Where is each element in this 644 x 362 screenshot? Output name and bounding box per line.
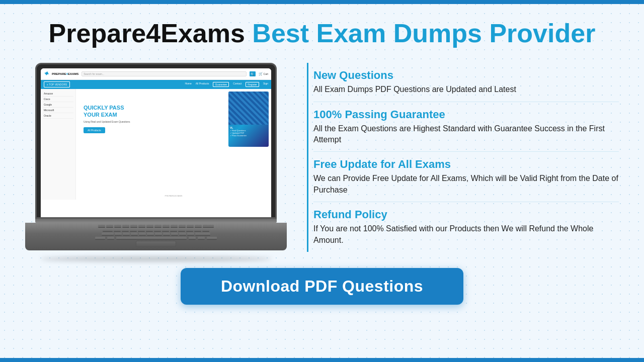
key bbox=[114, 225, 121, 228]
site-nav: ≡ TOP VENDORS Home All Products Guarante… bbox=[41, 80, 271, 89]
feature-title-new-questions: New Questions bbox=[313, 69, 619, 82]
key bbox=[187, 225, 194, 228]
key bbox=[179, 233, 186, 236]
key bbox=[138, 225, 145, 228]
key bbox=[162, 229, 169, 232]
keyboard-row-3 bbox=[35, 233, 277, 236]
laptop-base bbox=[25, 219, 287, 254]
nav-links: Home All Products Guarantee Contact Regi… bbox=[185, 82, 268, 87]
feature-title-free-update: Free Update for All Exams bbox=[313, 158, 619, 171]
key bbox=[139, 233, 146, 236]
key bbox=[195, 233, 210, 236]
feature-title-passing-guarantee: 100% Passing Guarantee bbox=[313, 108, 619, 121]
product-box-image: VL ✓ Real Questions ✓ Updated PDF ✓ Pass… bbox=[228, 92, 269, 147]
key bbox=[123, 233, 130, 236]
key bbox=[122, 225, 129, 228]
key bbox=[178, 229, 185, 232]
download-section: Download PDF Questions bbox=[25, 268, 619, 305]
key bbox=[154, 229, 161, 232]
key bbox=[130, 229, 137, 232]
sidebar-microsoft[interactable]: Microsoft bbox=[43, 108, 73, 113]
keyboard-rows bbox=[25, 223, 287, 236]
site-logo-text: PREPARE4EXAMS bbox=[52, 72, 78, 75]
spacebar-row bbox=[25, 237, 287, 240]
key-alt bbox=[107, 237, 114, 240]
keyboard-row-1 bbox=[35, 225, 277, 228]
laptop-hinge bbox=[35, 219, 277, 223]
key bbox=[187, 233, 194, 236]
sidebar-oracle[interactable]: Oracle bbox=[43, 113, 73, 119]
key bbox=[131, 233, 138, 236]
main-container: Prepare4Exams Best Exam Dumps Provider bbox=[10, 0, 634, 315]
key bbox=[163, 233, 170, 236]
hero-subtitle: Using Real and Updated Exam Questions bbox=[84, 120, 130, 123]
nav-contact[interactable]: Contact bbox=[233, 82, 242, 87]
nav-home[interactable]: Home bbox=[185, 82, 191, 87]
key bbox=[170, 229, 177, 232]
download-pdf-button[interactable]: Download PDF Questions bbox=[181, 268, 463, 305]
features-section: New Questions All Exam Dumps PDF Questio… bbox=[307, 63, 619, 252]
key bbox=[98, 225, 105, 228]
key bbox=[114, 229, 121, 232]
key bbox=[203, 225, 214, 228]
key bbox=[154, 225, 162, 228]
key bbox=[195, 225, 202, 228]
product-box-pattern bbox=[228, 92, 269, 125]
site-search-button[interactable]: 🔍 bbox=[250, 71, 256, 76]
key bbox=[194, 229, 201, 232]
tagline: Best Exam Dumps Provider bbox=[252, 19, 595, 48]
site-logo: PREPARE4EXAMS bbox=[44, 70, 78, 77]
page-title: Prepare4Exams Best Exam Dumps Provider bbox=[25, 19, 619, 48]
touchpad[interactable] bbox=[136, 241, 176, 247]
laptop-shadow bbox=[40, 256, 272, 261]
site-search-bar[interactable]: Search for exam... bbox=[82, 71, 246, 76]
feature-desc-refund: If You are not 100% Satisfied with our P… bbox=[313, 223, 619, 246]
key-alt-r bbox=[189, 237, 196, 240]
logo-bird-icon bbox=[44, 70, 51, 77]
site-body: Amazon Cisco Google Microsoft Oracle QUI… bbox=[41, 89, 271, 200]
laptop-screen-outer: PREPARE4EXAMS Search for exam... 🔍 🛒 bbox=[35, 63, 277, 219]
top-bar bbox=[0, 0, 644, 4]
sidebar-amazon[interactable]: Amazon bbox=[43, 91, 73, 97]
feature-desc-free-update: We can Provide Free Update for All Exams… bbox=[313, 173, 619, 196]
key-fn bbox=[198, 237, 205, 240]
feature-title-refund: Refund Policy bbox=[313, 208, 619, 221]
main-content: PREPARE4EXAMS Search for exam... 🔍 🛒 bbox=[25, 63, 619, 259]
feature-free-update: Free Update for All Exams We can Provide… bbox=[313, 152, 619, 202]
key bbox=[138, 229, 145, 232]
key-ctrl bbox=[95, 237, 105, 240]
key bbox=[163, 225, 170, 228]
feature-new-questions: New Questions All Exam Dumps PDF Questio… bbox=[313, 63, 619, 102]
nav-vendors-btn[interactable]: ≡ TOP VENDORS bbox=[44, 81, 70, 87]
sidebar-google[interactable]: Google bbox=[43, 102, 73, 108]
key bbox=[102, 233, 114, 236]
screen-watermark: PREPARE4EXAMS bbox=[165, 195, 182, 197]
laptop-screen-inner: PREPARE4EXAMS Search for exam... 🔍 🛒 bbox=[41, 68, 271, 217]
touchpad-row bbox=[25, 241, 287, 247]
key bbox=[115, 233, 122, 236]
key bbox=[155, 233, 162, 236]
site-sidebar: Amazon Cisco Google Microsoft Oracle bbox=[41, 89, 76, 200]
product-box-text: VL ✓ Real Questions ✓ Updated PDF ✓ Pass… bbox=[228, 125, 269, 138]
key bbox=[103, 229, 113, 232]
nav-register[interactable]: Register bbox=[246, 82, 259, 87]
sidebar-cisco[interactable]: Cisco bbox=[43, 97, 73, 102]
site-header: PREPARE4EXAMS Search for exam... 🔍 🛒 bbox=[41, 68, 271, 80]
hero-all-products-btn[interactable]: All Products bbox=[84, 127, 105, 133]
key bbox=[171, 225, 178, 228]
key bbox=[171, 233, 178, 236]
header: Prepare4Exams Best Exam Dumps Provider bbox=[25, 10, 619, 58]
key bbox=[179, 225, 186, 228]
feature-refund-policy: Refund Policy If You are not 100% Satisf… bbox=[313, 202, 619, 252]
key bbox=[202, 229, 209, 232]
nav-guarantee[interactable]: Guarantee bbox=[213, 82, 229, 87]
nav-products[interactable]: All Products bbox=[196, 82, 209, 87]
laptop-section: PREPARE4EXAMS Search for exam... 🔍 🛒 bbox=[25, 63, 287, 259]
nav-sign[interactable]: Sign bbox=[263, 82, 268, 87]
key-ctrl-r bbox=[207, 237, 217, 240]
key bbox=[186, 229, 193, 232]
hero-title: QUICKLY PASSYOUR EXAM bbox=[84, 104, 130, 119]
site-cart[interactable]: 🛒 Cart bbox=[259, 72, 268, 76]
laptop-body: PREPARE4EXAMS Search for exam... 🔍 🛒 bbox=[25, 63, 287, 259]
laptop-wrapper: PREPARE4EXAMS Search for exam... 🔍 🛒 bbox=[25, 63, 287, 259]
